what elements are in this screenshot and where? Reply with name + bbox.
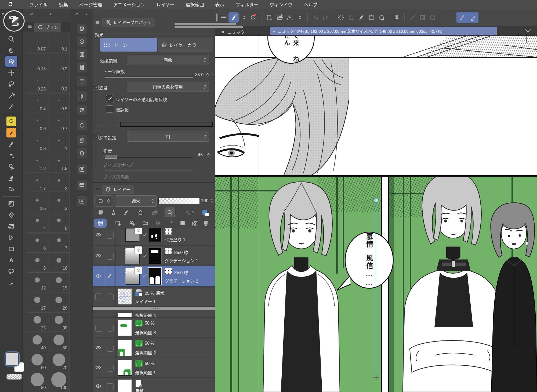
brush-size-1[interactable]: 1 — [48, 133, 70, 153]
blend-mode-dropdown[interactable]: 通常 — [115, 195, 157, 207]
select-source-pen-button[interactable] — [165, 208, 175, 217]
collapse-left-icon[interactable]: « — [75, 11, 78, 17]
layer-thumbnail[interactable] — [118, 320, 132, 336]
brush-size-0.7[interactable]: 0.7 — [48, 113, 70, 133]
visibility-eye-icon[interactable] — [95, 231, 102, 238]
brush-size-6[interactable]: 6 — [27, 233, 48, 253]
visibility-toggle[interactable] — [95, 293, 102, 300]
tool-hand[interactable] — [5, 45, 17, 56]
layer-row-レイヤー 1[interactable]: 25 % 通常レイヤー 1 — [93, 286, 215, 307]
layer-color-chip-button[interactable] — [200, 208, 210, 217]
mask-lighthouse-button[interactable] — [108, 208, 119, 217]
new-raster-layer-button[interactable] — [113, 219, 123, 228]
tone-pattern-button[interactable] — [392, 12, 402, 23]
clip-studio-button[interactable] — [249, 12, 259, 23]
palette-menu-icon[interactable] — [27, 24, 32, 29]
dock-star[interactable] — [77, 196, 87, 206]
delete-layer-button[interactable] — [201, 219, 211, 228]
palette-menu-icon[interactable] — [95, 186, 100, 192]
dock-list[interactable] — [77, 76, 87, 86]
layer-thumbnail[interactable] — [118, 380, 132, 392]
layer-thumbnail[interactable] — [118, 313, 132, 318]
value-stepper-box[interactable] — [209, 70, 214, 81]
tool-zoom[interactable] — [5, 33, 17, 45]
rotate-canvas-widget[interactable] — [3, 10, 25, 32]
fill-brush-button[interactable] — [468, 12, 478, 23]
draft-pen-button[interactable] — [182, 208, 192, 217]
tool-frame-border[interactable] — [5, 221, 17, 232]
visibility-eye-icon[interactable] — [95, 273, 102, 280]
layer-mask-thumbnail[interactable] — [148, 268, 161, 285]
document-tab[interactable]: ✕ コミック — [217, 28, 274, 36]
collapse-canvas-bar-icon[interactable] — [524, 27, 533, 35]
menu-item-9[interactable]: ヘルプ — [298, 1, 323, 8]
layer-row-選択範囲 4[interactable]: 選択範囲 4 — [93, 310, 215, 318]
layer-mask-thumbnail[interactable] — [148, 228, 161, 242]
dock-pen-nib[interactable] — [77, 91, 87, 101]
active-tool-pen-button[interactable] — [228, 12, 239, 23]
lock-layer-button[interactable] — [135, 208, 146, 217]
tab-layer-properties[interactable]: レイヤープロパティ — [102, 18, 155, 27]
gradient-start-handle[interactable] — [374, 198, 379, 203]
tool-selection-lasso[interactable] — [5, 78, 17, 90]
brush-size-1.7[interactable]: 1.7 — [27, 173, 48, 193]
transparent-color-swatch[interactable] — [6, 374, 22, 380]
layer-checkbox[interactable] — [107, 232, 114, 239]
menu-item-7[interactable]: フィルター — [230, 1, 264, 8]
dashed-rect-button[interactable] — [427, 12, 438, 23]
tool-text[interactable]: A — [5, 255, 17, 266]
redo-button[interactable] — [320, 12, 331, 23]
brush-size-60[interactable]: 60 — [27, 352, 48, 372]
tool-shape-rect[interactable] — [5, 243, 17, 255]
brush-size-0.25[interactable]: 0.25 — [27, 73, 48, 93]
dot-shape-dropdown[interactable]: 円 — [127, 132, 209, 142]
tool-marker[interactable] — [5, 138, 17, 150]
brush-size-100[interactable]: 100 — [48, 372, 70, 392]
gradient-diagonal-button[interactable] — [417, 12, 427, 23]
new-layer-dialog-button[interactable] — [127, 219, 137, 228]
brush-size-20[interactable]: 20 — [48, 292, 70, 312]
opacity-slider[interactable] — [158, 198, 200, 204]
layer-row-選択範囲 2[interactable]: 50 %選択範囲 2 — [93, 338, 215, 358]
straight-line-button[interactable] — [407, 12, 417, 23]
visibility-eye-icon[interactable] — [95, 344, 102, 351]
new-canvas-button[interactable] — [264, 12, 274, 23]
layer-thumbnail[interactable] — [118, 340, 132, 356]
layer-row-用紙[interactable]: 用紙 — [93, 378, 215, 392]
layer-list-view-button[interactable] — [94, 219, 107, 228]
new-folder-button[interactable] — [140, 219, 151, 228]
brush-size-25[interactable]: 25 — [27, 313, 48, 332]
brush-size-0.3[interactable]: 0.3 — [48, 73, 70, 93]
brush-size-2.5[interactable]: 2.5 — [27, 193, 48, 213]
tab-layer[interactable]: レイヤー — [102, 185, 134, 194]
menu-item-8[interactable]: ウィンドウ — [264, 1, 298, 8]
effect-range-dropdown[interactable]: 画像 — [127, 55, 209, 65]
gradient-drag-line[interactable] — [376, 202, 376, 373]
tool-balloon[interactable] — [5, 266, 17, 277]
gradient-end-crosshair[interactable] — [373, 375, 379, 380]
tool-decoration-sparkle[interactable] — [5, 150, 17, 161]
reselect-button[interactable] — [346, 12, 356, 23]
dock-tone-sheets[interactable] — [77, 135, 87, 146]
tool-auto-select-wand[interactable] — [5, 90, 17, 101]
tool-gradient[interactable] — [5, 198, 17, 209]
brush-size-0.07[interactable]: 0.07 — [27, 34, 48, 53]
brush-size-30[interactable]: 30 — [48, 313, 70, 332]
tool-eraser[interactable] — [5, 172, 17, 183]
menu-item-1[interactable]: 編集 — [53, 1, 74, 8]
layer-row-選択範囲 1[interactable]: 50 %選択範囲 1 — [93, 358, 215, 378]
tool-line-correction[interactable] — [5, 277, 17, 288]
brush-size-0.8[interactable]: 0.8 — [27, 133, 48, 153]
layer-list-splitter[interactable] — [93, 307, 215, 310]
layer-row-グラデーション 1[interactable]: 85.0 線グラデーション 1 — [93, 246, 215, 266]
dock-heart[interactable] — [77, 164, 87, 175]
menu-item-0[interactable]: ファイル — [24, 1, 53, 8]
tool-blend-drops[interactable] — [5, 183, 17, 195]
collapse-left-icon[interactable]: « — [30, 11, 33, 17]
brush-size-0.4[interactable]: 0.4 — [27, 93, 48, 113]
save-file-button[interactable] — [285, 12, 295, 23]
dock-film-strip[interactable] — [77, 62, 87, 72]
brush-size-12[interactable]: 12 — [27, 273, 48, 292]
clip-to-layer-below-button[interactable] — [96, 208, 106, 217]
layer-row-選択範囲 3[interactable]: 50 %選択範囲 3 — [93, 318, 215, 338]
